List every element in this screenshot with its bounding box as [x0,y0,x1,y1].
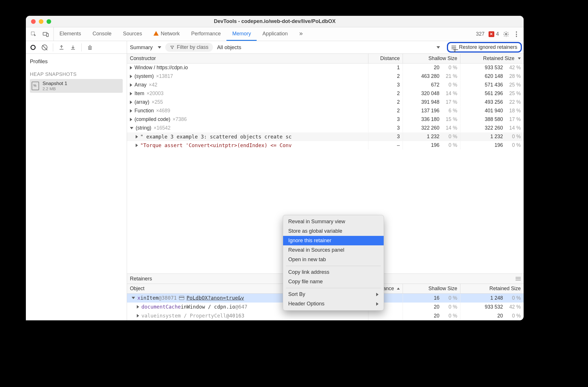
warnings-count[interactable]: 327 [474,31,485,37]
table-row[interactable]: Array×4236720 %571 43625 % [127,81,524,89]
disclosure-triangle-icon[interactable] [130,101,132,104]
col-retained-size[interactable]: Retained Size [460,54,524,63]
table-row[interactable]: Window / https://cdpn.io1200 %933 53242 … [127,63,524,72]
restore-ignored-retainers-button[interactable]: ✕ Restore ignored retainers [447,42,522,53]
disclosure-triangle-icon[interactable] [130,75,132,78]
all-objects-dropdown[interactable] [437,46,440,49]
tab-application[interactable]: Application [257,27,293,41]
table-row[interactable]: Function×46892137 1966 %401 94018 % [127,107,524,115]
filter-by-class[interactable]: Filter by class [165,43,213,52]
shallow-cell: 1960 % [403,141,460,149]
more-tabs-button[interactable]: » [293,27,308,41]
shallow-cell: 200 % [403,311,460,320]
table-row[interactable]: " example 3 example 3: scattered objects… [127,132,524,141]
constructor-name: Array [134,82,147,88]
window-title: DevTools - codepen.io/web-dot-dev/live/P… [26,18,524,24]
property-name: documentCache [141,304,181,310]
inspect-element-icon[interactable] [30,31,37,37]
close-window-button[interactable] [31,19,36,24]
disclosure-triangle-icon[interactable] [130,109,132,113]
disclosure-triangle-icon[interactable] [130,66,132,70]
disclosure-triangle-icon[interactable] [130,83,132,87]
device-toggle-icon[interactable] [43,31,49,37]
divider [81,43,82,51]
errors-count[interactable]: ✕ 4 [489,31,499,37]
save-profile-icon[interactable] [70,44,76,51]
tab-sources[interactable]: Sources [117,27,148,41]
shallow-cell: 463 28021 % [403,72,460,80]
context-menu-item[interactable]: Open in new tab [283,255,384,264]
context-menu-item[interactable]: Ignore this retainer [283,236,384,245]
disclosure-triangle-icon[interactable] [130,118,132,121]
load-profile-icon[interactable] [58,44,65,51]
tab-performance[interactable]: Performance [185,27,226,41]
retainers-menu-icon[interactable] [516,277,521,280]
tab-network[interactable]: Network [148,27,185,41]
minimize-window-button[interactable] [39,19,43,24]
tab-elements[interactable]: Elements [54,27,87,41]
table-row[interactable]: "Torque assert 'Convert<uintptr>(endInde… [127,141,524,150]
constructor-name: (array) [134,99,149,105]
record-button[interactable] [30,44,36,51]
disclosure-triangle-icon[interactable] [137,305,139,309]
context-menu-item[interactable]: Sort By [283,290,384,299]
distance-cell: 2 [368,98,403,106]
source-link[interactable]: PoLdbOX?anon=true&v [187,295,244,301]
clear-button[interactable] [41,44,48,51]
context-menu-item[interactable]: Copy link address [283,267,384,277]
context-menu-item[interactable]: Header Options [283,299,384,309]
col-distance[interactable]: Distance [368,54,403,63]
all-objects-label: All objects [217,44,241,51]
col-constructor[interactable]: Constructor [127,54,368,63]
shallow-cell: 391 94817 % [403,98,460,106]
snapshot-item[interactable]: Snapshot 1 2.2 MB [30,79,123,93]
warning-icon [153,31,159,36]
col-retained-size[interactable]: Retained Size [460,284,524,293]
disclosure-triangle-icon[interactable] [136,144,138,147]
shallow-cell: 1 2320 % [403,132,460,141]
disclosure-triangle-icon[interactable] [137,314,139,317]
restore-label: Restore ignored retainers [459,44,517,50]
col-shallow-size[interactable]: Shallow Size [403,54,460,63]
table-row[interactable]: (array)×2552391 94817 %493 25622 % [127,98,524,107]
disclosure-triangle-icon[interactable] [130,92,132,95]
summary-label: Summary [130,44,153,51]
zoom-window-button[interactable] [47,19,51,24]
retained-cell: 933 53242 % [460,303,524,311]
more-options-icon[interactable]: ⋮ [513,31,520,37]
retainer-row[interactable]: value in system / PropertyCell @40163200… [127,311,524,320]
context-menu-item[interactable]: Reveal in Sources panel [283,245,384,255]
devtools-window: DevTools - codepen.io/web-dot-dev/live/P… [26,16,524,320]
disclosure-triangle-icon[interactable] [136,135,138,138]
settings-gear-icon[interactable] [503,31,509,37]
sidebar: Profiles HEAP SNAPSHOTS Snapshot 1 2.2 M… [26,41,127,320]
constructor-name: Item [134,91,144,97]
property-name: x [137,295,141,301]
shallow-cell: 320 04814 % [403,89,460,98]
instance-count: ×16542 [153,125,170,131]
object-id: @40163 [226,313,244,319]
shallow-cell: 200 % [403,63,460,72]
tab-memory[interactable]: Memory [226,27,257,41]
shallow-cell: 336 18015 % [403,115,460,124]
summary-dropdown[interactable]: Summary [130,44,161,51]
col-shallow-size[interactable]: Shallow Size [403,284,460,293]
svg-point-3 [505,33,507,35]
table-row[interactable]: (string)×165423322 26014 %322 26014 % [127,124,524,132]
distance-cell: 2 [368,107,403,115]
tab-console[interactable]: Console [87,27,117,41]
table-row[interactable]: (system)×138172463 28021 %620 14828 % [127,72,524,81]
context-menu-item[interactable]: Store as global variable [283,226,384,236]
disclosure-triangle-icon[interactable] [130,127,133,129]
context-menu-item[interactable]: Copy file name [283,277,384,286]
collect-garbage-icon[interactable] [87,44,93,51]
table-row[interactable]: (compiled code)×73863336 18015 %388 5801… [127,115,524,124]
context-menu-item[interactable]: Reveal in Summary view [283,217,384,226]
svg-rect-2 [47,33,48,36]
tab-network-label: Network [161,31,180,37]
snapshot-size: 2.2 MB [43,86,67,91]
instance-count: ×42 [149,82,157,88]
disclosure-triangle-icon[interactable] [132,297,135,299]
table-row[interactable]: Item×200032320 04814 %561 29625 % [127,89,524,98]
retained-cell: 1 2320 % [460,132,524,141]
